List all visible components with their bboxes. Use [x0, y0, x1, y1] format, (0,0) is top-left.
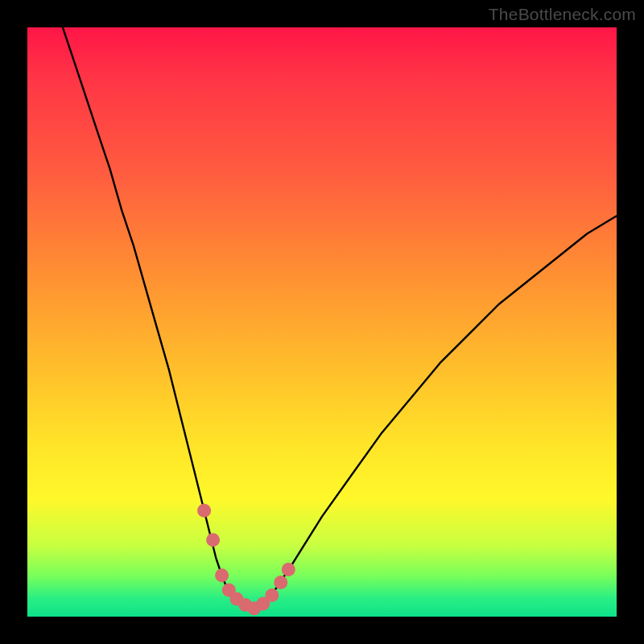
marker-dot	[206, 533, 220, 547]
near-minimum-markers	[197, 504, 295, 616]
outer-frame: TheBottleneck.com	[0, 0, 644, 644]
plot-area	[27, 27, 617, 617]
marker-dot	[274, 576, 287, 589]
marker-dot	[282, 563, 295, 576]
marker-dot	[265, 588, 279, 602]
attribution-label: TheBottleneck.com	[489, 5, 636, 24]
marker-dot	[197, 504, 211, 518]
curve-svg	[27, 27, 617, 617]
bottleneck-curve	[63, 27, 617, 609]
marker-dot	[215, 568, 229, 582]
